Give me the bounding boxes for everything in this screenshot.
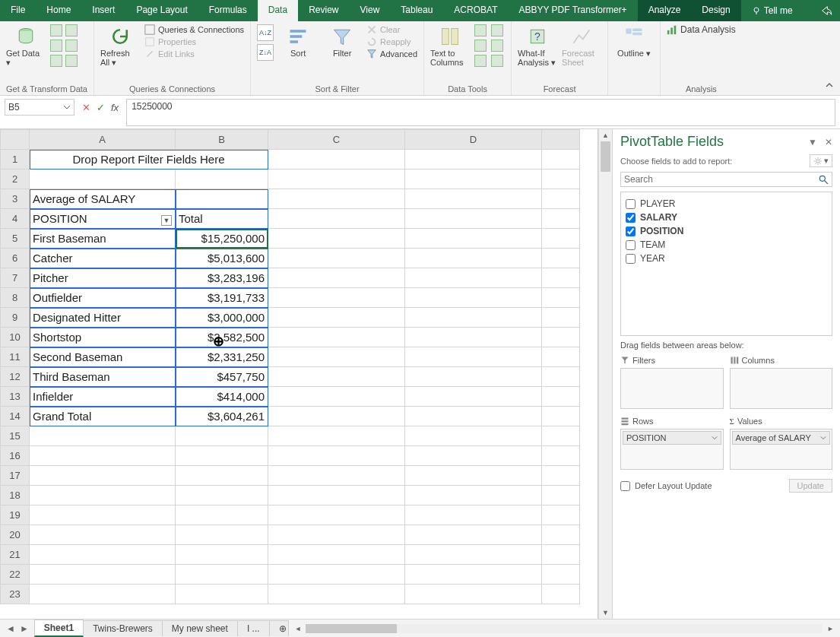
sort-button[interactable]: Sort [278, 24, 318, 58]
row-header[interactable]: 2 [1, 170, 30, 189]
pt-row-label[interactable]: Shortstop [30, 328, 176, 347]
cancel-formula-button[interactable]: ✕ [82, 102, 90, 113]
pt-row-label[interactable]: Second Baseman [30, 347, 176, 367]
pt-row-label[interactable]: Infielder [30, 387, 176, 407]
row-header[interactable]: 8 [1, 288, 30, 308]
defer-layout-checkbox[interactable] [620, 481, 630, 491]
filters-area[interactable] [620, 368, 724, 409]
tab-review[interactable]: Review [298, 0, 349, 21]
get-data-button[interactable]: Get Data ▾ [6, 24, 46, 68]
field-item-team[interactable]: TEAM [626, 238, 827, 252]
pt-row-label[interactable]: Catcher [30, 249, 176, 268]
tab-data[interactable]: Data [258, 0, 298, 21]
add-sheet-button[interactable]: ⊕ [269, 620, 289, 636]
row-header[interactable]: 16 [1, 446, 30, 466]
row-header[interactable]: 22 [1, 565, 30, 585]
clear-button[interactable]: Clear [366, 24, 417, 35]
pt-grandtotal-value[interactable]: $3,604,261 [176, 407, 268, 426]
sheet-tab-3[interactable]: My new sheet [162, 620, 238, 636]
pt-row-label[interactable]: First Baseman [30, 229, 176, 249]
col-header-blank[interactable] [542, 130, 580, 150]
formula-input[interactable]: 15250000 [126, 99, 835, 126]
fx-button[interactable]: fx [111, 102, 119, 113]
row-header[interactable]: 19 [1, 505, 30, 525]
refresh-all-button[interactable]: Refresh All ▾ [100, 24, 140, 68]
field-checkbox[interactable] [626, 240, 636, 250]
scroll-thumb[interactable] [601, 141, 610, 172]
row-header[interactable]: 5 [1, 229, 30, 249]
field-item-year[interactable]: YEAR [626, 252, 827, 265]
name-box[interactable]: B5 [5, 99, 74, 116]
get-data-mini-buttons[interactable] [50, 24, 78, 67]
col-header-B[interactable]: B [176, 130, 268, 150]
tab-tableau[interactable]: Tableau [390, 0, 443, 21]
filter-button[interactable]: Filter [322, 24, 362, 58]
tab-pagelayout[interactable]: Page Layout [125, 0, 198, 21]
row-header[interactable]: 10 [1, 328, 30, 347]
col-header-C[interactable]: C [268, 130, 405, 150]
select-all-corner[interactable] [1, 130, 30, 150]
field-checkbox[interactable] [626, 227, 636, 236]
row-header[interactable]: 12 [1, 367, 30, 387]
row-header[interactable]: 20 [1, 525, 30, 545]
pt-row-label[interactable]: Pitcher [30, 268, 176, 288]
tab-view[interactable]: View [350, 0, 391, 21]
horizontal-scrollbar[interactable]: ◄ ► [289, 624, 840, 633]
row-header[interactable]: 17 [1, 466, 30, 486]
sheet-nav-next[interactable]: ► [20, 623, 29, 634]
properties-button[interactable]: Properties [144, 36, 244, 47]
data-analysis-button[interactable]: Data Analysis [667, 24, 736, 35]
pt-row-value[interactable]: $3,000,000 [176, 308, 268, 328]
field-item-salary[interactable]: SALARY [626, 211, 827, 224]
queries-connections-button[interactable]: Queries & Connections [144, 24, 244, 35]
row-header[interactable]: 23 [1, 585, 30, 604]
accept-formula-button[interactable]: ✓ [97, 102, 105, 113]
edit-links-button[interactable]: Edit Links [144, 49, 244, 59]
pt-row-value[interactable]: $5,013,600 [176, 249, 268, 268]
pt-rowfield-header[interactable]: POSITION▼ [30, 209, 176, 229]
row-header[interactable]: 14 [1, 407, 30, 426]
row-header[interactable]: 18 [1, 486, 30, 505]
hscroll-right[interactable]: ► [826, 625, 835, 632]
tab-analyze[interactable]: Analyze [638, 0, 692, 21]
rows-area-tag[interactable]: POSITION [623, 431, 721, 445]
hscroll-left[interactable]: ◄ [293, 625, 303, 632]
pt-row-value[interactable]: $2,582,500 [176, 328, 268, 347]
row-header[interactable]: 6 [1, 249, 30, 268]
row-header[interactable]: 4 [1, 209, 30, 229]
row-header[interactable]: 13 [1, 387, 30, 407]
row-header[interactable]: 21 [1, 545, 30, 565]
pt-row-value[interactable]: $2,331,250 [176, 347, 268, 367]
tab-tellme[interactable]: Tell me [741, 0, 804, 21]
sort-desc-button[interactable]: Z↓A [257, 44, 274, 61]
row-header[interactable]: 9 [1, 308, 30, 328]
pt-row-label[interactable]: Third Baseman [30, 367, 176, 387]
share-button[interactable] [813, 0, 840, 21]
row-header[interactable]: 7 [1, 268, 30, 288]
sheet-nav-prev[interactable]: ◄ [6, 623, 15, 634]
columns-area[interactable] [730, 368, 833, 409]
pt-row-value[interactable]: $414,000 [176, 387, 268, 407]
hscroll-thumb[interactable] [306, 624, 397, 633]
field-checkbox[interactable] [626, 213, 636, 223]
vertical-scrollbar[interactable]: ▲ ▼ [598, 129, 612, 619]
sheet-tab-4[interactable]: I ... [237, 620, 270, 636]
field-checkbox[interactable] [626, 199, 636, 209]
collapse-ribbon-button[interactable] [819, 78, 840, 95]
scroll-down-button[interactable]: ▼ [599, 607, 612, 619]
rows-area[interactable]: POSITION [620, 429, 724, 470]
reapply-button[interactable]: Reapply [366, 36, 417, 47]
worksheet-grid[interactable]: A B C D 1 Drop Report Filter Fields Here… [0, 129, 580, 604]
field-item-position[interactable]: POSITION [626, 224, 827, 238]
values-area[interactable]: Average of SALARY [730, 429, 833, 470]
sheet-tab-1[interactable]: Sheet1 [34, 620, 84, 637]
pt-row-value[interactable]: $3,191,733 [176, 288, 268, 308]
tab-acrobat[interactable]: ACROBAT [443, 0, 508, 21]
tab-insert[interactable]: Insert [81, 0, 125, 21]
tab-abbyy[interactable]: ABBYY PDF Transformer+ [508, 0, 637, 21]
update-button[interactable]: Update [789, 479, 832, 493]
sheet-tab-2[interactable]: Twins-Brewers [83, 620, 163, 636]
pt-row-label[interactable]: Outfielder [30, 288, 176, 308]
tab-formulas[interactable]: Formulas [198, 0, 258, 21]
col-header-D[interactable]: D [405, 130, 542, 150]
